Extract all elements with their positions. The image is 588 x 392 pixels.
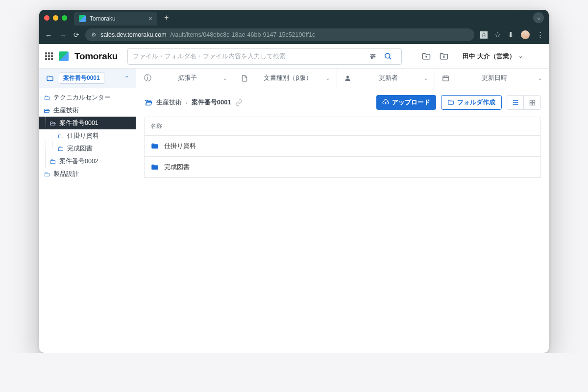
- address-bar[interactable]: ⚙ sales.dev.tomoraku.com/vault/items/048…: [85, 28, 474, 41]
- filter-extension[interactable]: ⓘ 拡張子 ⌄: [136, 69, 234, 88]
- grid-view-icon[interactable]: [524, 96, 540, 109]
- reload-icon[interactable]: ⟳: [74, 31, 79, 39]
- upload-label: アップロード: [392, 98, 430, 107]
- list-view-icon[interactable]: [507, 96, 524, 109]
- tabs-dropdown-button[interactable]: ⌄: [533, 12, 544, 23]
- folder-open-icon: 🗁: [49, 120, 56, 127]
- download-icon[interactable]: ⬇: [508, 30, 514, 39]
- brand-mark-icon: [59, 51, 69, 61]
- svg-rect-19: [533, 100, 535, 102]
- filter-extension-label: 拡張子: [157, 74, 218, 82]
- apps-launcher-icon[interactable]: [45, 52, 53, 60]
- app-body: 🗀 テクニカルセンター 🗁 生産技術 🗁 案件番号0001 🗀 仕掛り資料 🗀 …: [39, 88, 549, 353]
- new-tab-button[interactable]: +: [164, 13, 169, 22]
- sidebar-tree: 🗀 テクニカルセンター 🗁 生産技術 🗁 案件番号0001 🗀 仕掛り資料 🗀 …: [39, 88, 136, 353]
- chevron-down-icon: ⌄: [518, 53, 523, 59]
- tree-item-active[interactable]: 🗁 案件番号0001: [39, 117, 136, 129]
- url-host: sales.dev.tomoraku.com: [100, 31, 167, 38]
- folder-icon: 🗀: [43, 94, 50, 101]
- titlebar: Tomoraku × + ⌄: [39, 10, 549, 25]
- folder-icon: [46, 74, 55, 82]
- folder-open-icon: [144, 98, 152, 107]
- person-icon: [344, 74, 353, 82]
- chevron-down-icon: ⌄: [223, 75, 227, 81]
- tree-item[interactable]: 🗀 完成図書: [39, 142, 136, 155]
- tree-item[interactable]: 🗀 製品設計: [39, 168, 136, 180]
- view-toggle: [507, 95, 541, 110]
- site-settings-icon[interactable]: ⚙: [91, 31, 97, 38]
- tree-label: 仕掛り資料: [67, 132, 99, 140]
- user-label: 田中 大介（営業）: [463, 52, 515, 61]
- filter-updated-at-label: 更新日時: [456, 74, 533, 82]
- browser-window: Tomoraku × + ⌄ ← → ⟳ ⚙ sales.dev.tomorak…: [39, 10, 549, 353]
- search-field[interactable]: [127, 48, 402, 65]
- svg-point-4: [373, 55, 375, 57]
- svg-point-10: [346, 76, 349, 78]
- folder-icon: [150, 163, 159, 172]
- svg-point-6: [385, 53, 390, 58]
- traffic-lights: [44, 15, 67, 21]
- folder-icon: 🗀: [57, 132, 64, 140]
- add-folder-icon[interactable]: [421, 51, 433, 61]
- copy-link-icon[interactable]: [235, 99, 243, 106]
- chevron-down-icon: ⌄: [538, 75, 542, 81]
- svg-rect-11: [443, 76, 448, 81]
- search-input[interactable]: [133, 52, 369, 60]
- new-folder-button[interactable]: フォルダ作成: [441, 95, 502, 110]
- close-window-icon[interactable]: [44, 15, 49, 21]
- filter-updater[interactable]: 更新者 ⌄: [337, 69, 435, 88]
- translate-icon[interactable]: 🅰: [480, 31, 488, 39]
- list-header-label: 名称: [150, 122, 162, 129]
- maximize-window-icon[interactable]: [62, 15, 67, 21]
- app-header: Tomoraku 田中 大介（営業） ⌄: [39, 44, 549, 69]
- bookmark-icon[interactable]: ☆: [494, 30, 501, 39]
- browser-tab[interactable]: Tomoraku ×: [74, 12, 157, 25]
- profile-avatar-icon[interactable]: [521, 30, 530, 39]
- filter-folder-pill: 案件番号0001: [59, 73, 104, 84]
- tab-close-icon[interactable]: ×: [148, 15, 152, 23]
- calendar-icon: [442, 74, 451, 82]
- brand-name: Tomoraku: [74, 51, 118, 62]
- filter-doc-type[interactable]: 文書種別（β版） ⌄: [234, 69, 337, 88]
- tree-item[interactable]: 🗀 テクニカルセンター: [39, 91, 136, 104]
- svg-rect-18: [530, 100, 532, 102]
- info-icon: ⓘ: [143, 74, 152, 83]
- svg-rect-21: [533, 103, 535, 105]
- upload-button[interactable]: アップロード: [376, 95, 436, 110]
- breadcrumb: 生産技術 › 案件番号0001: [144, 98, 243, 107]
- nav-back-icon[interactable]: ←: [44, 31, 53, 39]
- nav-forward-icon[interactable]: →: [59, 31, 68, 39]
- user-menu[interactable]: 田中 大介（営業） ⌄: [463, 52, 523, 61]
- tree-label: 案件番号0002: [59, 157, 98, 166]
- filter-updater-label: 更新者: [358, 74, 419, 82]
- list-item[interactable]: 完成図書: [144, 157, 541, 178]
- svg-line-7: [389, 57, 391, 59]
- folder-open-icon: 🗁: [43, 107, 50, 114]
- filter-folder-selector[interactable]: 案件番号0001 ⌃: [39, 69, 136, 88]
- minimize-window-icon[interactable]: [53, 15, 58, 21]
- urlbar-actions: 🅰 ☆ ⬇ ⋮: [480, 30, 544, 39]
- svg-rect-20: [530, 103, 532, 105]
- folder-icon: 🗀: [57, 145, 64, 152]
- urlbar: ← → ⟳ ⚙ sales.dev.tomoraku.com/vault/ite…: [39, 25, 549, 44]
- kebab-menu-icon[interactable]: ⋮: [537, 30, 544, 39]
- filter-updated-at[interactable]: 更新日時 ⌄: [435, 69, 549, 88]
- chevron-up-icon: ⌃: [124, 75, 129, 81]
- filter-doc-type-label: 文書種別（β版）: [255, 74, 321, 82]
- list-item[interactable]: 仕掛り資料: [144, 136, 541, 157]
- tab-favicon-icon: [79, 15, 86, 22]
- search-filter-icon[interactable]: [369, 52, 384, 60]
- tree-item[interactable]: 🗀 案件番号0002: [39, 155, 136, 168]
- tree-label: 生産技術: [53, 106, 79, 115]
- import-folder-icon[interactable]: [439, 51, 451, 61]
- toolbar: 生産技術 › 案件番号0001 アップロード フォルダ作成: [136, 95, 549, 117]
- new-folder-label: フォルダ作成: [457, 98, 495, 107]
- tree-item[interactable]: 🗁 生産技術: [39, 104, 136, 117]
- tree-item[interactable]: 🗀 仕掛り資料: [39, 129, 136, 142]
- tree-label: 製品設計: [53, 170, 79, 178]
- search-icon[interactable]: [384, 52, 398, 60]
- tree-label: 案件番号0001: [59, 119, 98, 127]
- chevron-down-icon: ⌄: [424, 75, 428, 81]
- breadcrumb-parent[interactable]: 生産技術: [156, 98, 182, 107]
- tree-label: 完成図書: [67, 145, 93, 153]
